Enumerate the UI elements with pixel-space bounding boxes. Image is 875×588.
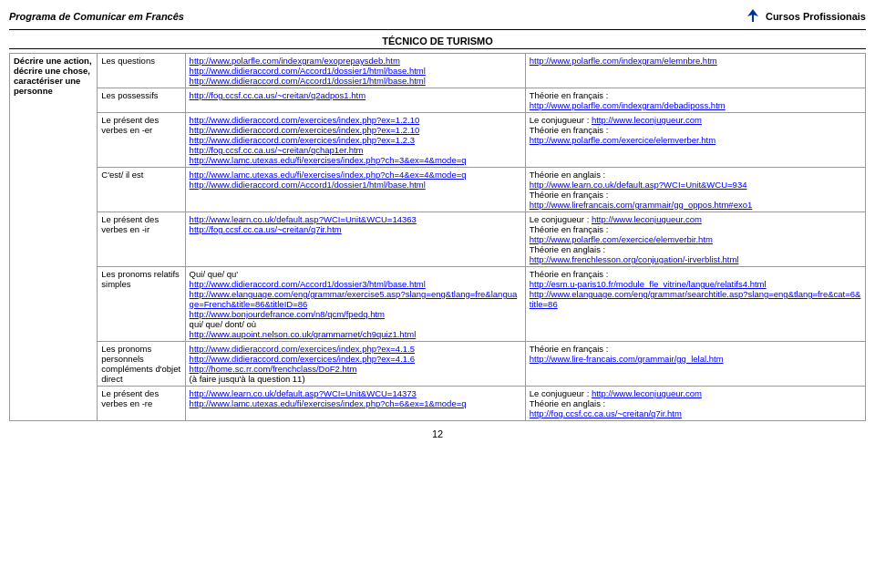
link[interactable]: http://www.leconjugueur.com [592,388,702,398]
link[interactable]: http://www.didieraccord.com/Accord1/doss… [190,66,426,76]
link[interactable]: http://www.didieraccord.com/exercices/in… [190,125,420,135]
table-row: Les possessifs http://fog.ccsf.cc.ca.us/… [10,88,866,113]
link[interactable]: http://www.lire-francais.com/grammair/gg… [530,354,724,364]
col1-er: http://www.didieraccord.com/exercices/in… [185,113,525,168]
link[interactable]: http://www.learn.co.uk/default.asp?WCI=U… [190,388,417,398]
conjugueur-label: Le conjugueur : [530,214,592,224]
link[interactable]: http://www.learn.co.uk/default.asp?WCI=U… [190,214,417,224]
col2-questions: http://www.polarfle.com/indexgram/elemnb… [525,54,865,88]
col2-re: Le conjugueur : http://www.leconjugueur.… [525,387,865,421]
subcategory-cest: C'est/ il est [98,168,185,212]
link[interactable]: http://www.didieraccord.com/exercices/in… [190,115,420,125]
static-text: Qui/ que/ qu' [190,269,239,279]
link[interactable]: http://www.didieraccord.com/exercices/in… [190,135,415,145]
link[interactable]: http://www.didieraccord.com/exercices/in… [190,354,415,364]
header: Programa de Comunicar em Francês Cursos … [9,7,866,30]
col1-ir: http://www.learn.co.uk/default.asp?WCI=U… [185,212,525,267]
table-row: Les pronoms relatifs simples Qui/ que/ q… [10,267,866,342]
link[interactable]: http://www.bonjourdefrance.com/n8/qcm/fp… [190,309,385,319]
link[interactable]: http://www.leconjugueur.com [592,115,702,125]
link[interactable]: http://www.polarfle.com/indexgram/elemnb… [530,56,717,66]
table-row: C'est/ il est http://www.lamc.utexas.edu… [10,168,866,212]
conjugueur-label: Le conjugueur : [530,388,592,398]
link[interactable]: http://www.lamc.utexas.edu/fi/exercises/… [190,155,467,165]
link[interactable]: http://www.leconjugueur.com [592,214,702,224]
subcategory-re: Le présent des verbes en -re [98,387,185,421]
logo-icon [744,7,762,26]
col2-ir: Le conjugueur : http://www.leconjugueur.… [525,212,865,267]
col2-cest: Théorie en anglais : http://www.learn.co… [525,168,865,212]
theorie-label: Théorie en français : [530,90,609,100]
link[interactable]: http://fog.ccsf.cc.ca.us/~creitan/qchap1… [190,145,364,155]
table-row: Le présent des verbes en -er http://www.… [10,113,866,168]
theorie-label: Théorie en français : [530,125,609,135]
col2-er: Le conjugueur : http://www.leconjugueur.… [525,113,865,168]
theorie-label: Théorie en anglais : [530,398,605,408]
theorie-label: Théorie en français : [530,224,609,234]
link[interactable]: http://www.polarfle.com/indexgram/exopre… [190,56,400,66]
theorie-label: Théorie en français : [530,344,609,354]
page: Programa de Comunicar em Francês Cursos … [0,0,875,588]
link[interactable]: http://www.lamc.utexas.edu/fi/exercises/… [190,170,467,180]
link[interactable]: http://www.frenchlesson.org/conjugation/… [530,254,739,264]
link[interactable]: http://fog.ccsf.cc.ca.us/~creitan/q2adpo… [190,90,366,100]
theorie-label: Théorie en anglais : [530,170,605,180]
subcategory-possessifs: Les possessifs [98,88,185,113]
col1-pronoms-relatifs: Qui/ que/ qu' http://www.didieraccord.co… [185,267,525,342]
subcategory-ir: Le présent des verbes en -ir [98,212,185,267]
link[interactable]: http://www.lamc.utexas.edu/fi/exercises/… [190,398,467,408]
table-row: Les pronoms personnels compléments d'obj… [10,342,866,387]
link[interactable]: http://www.didieraccord.com/Accord1/doss… [190,76,426,86]
col2-possessifs: Théorie en français : http://www.polarfl… [525,88,865,113]
table-row: Le présent des verbes en -re http://www.… [10,387,866,421]
link[interactable]: http://www.elanguage.com/eng/grammar/sea… [530,289,861,309]
link[interactable]: http://www.didieraccord.com/Accord1/doss… [190,279,426,289]
theorie-label: Théorie en français : [530,190,609,200]
link[interactable]: http://fog.ccsf.cc.ca.us/~creitan/q7ir.h… [190,224,342,234]
link[interactable]: http://home.sc.rr.com/frenchclass/DoF2.h… [190,364,357,374]
subcategory-pronoms-cod: Les pronoms personnels compléments d'obj… [98,342,185,387]
category-cell: Décrire une action, décrire une chose, c… [10,54,98,421]
page-number: 12 [432,428,443,439]
conjugueur-label: Le conjugueur : [530,115,592,125]
link[interactable]: http://www.didieraccord.com/exercices/in… [190,344,415,354]
link[interactable]: http://www.elanguage.com/eng/grammar/exe… [190,289,518,309]
col2-pronoms-cod: Théorie en français : http://www.lire-fr… [525,342,865,387]
header-left-title: Programa de Comunicar em Francês [9,11,184,22]
subcategory-er: Le présent des verbes en -er [98,113,185,168]
link[interactable]: http://www.learn.co.uk/default.asp?WCI=U… [530,180,747,190]
subheader: TÉCNICO DE TURISMO [9,34,866,49]
link[interactable]: http://fog.ccsf.cc.ca.us/~creitan/q7ir.h… [530,408,682,418]
col1-re: http://www.learn.co.uk/default.asp?WCI=U… [185,387,525,421]
subcategory-pronoms-relatifs: Les pronoms relatifs simples [98,267,185,342]
col1-possessifs: http://fog.ccsf.cc.ca.us/~creitan/q2adpo… [185,88,525,113]
subcategory-questions: Les questions [98,54,185,88]
col2-pronoms-relatifs: Théorie en français : http://esm.u-paris… [525,267,865,342]
table-row: Le présent des verbes en -ir http://www.… [10,212,866,267]
link[interactable]: http://www.polarfle.com/exercice/elemver… [530,234,713,244]
svg-rect-1 [752,15,754,22]
header-logo-text: Cursos Profissionais [766,11,866,22]
table-row: Décrire une action, décrire une chose, c… [10,54,866,88]
link[interactable]: http://www.polarfle.com/exercice/elemver… [530,135,715,145]
col1-pronoms-cod: http://www.didieraccord.com/exercices/in… [185,342,525,387]
col1-questions: http://www.polarfle.com/indexgram/exopre… [185,54,525,88]
link[interactable]: http://www.lirefrancais.com/grammair/gg_… [530,200,752,210]
theorie-label: Théorie en français : [530,269,609,279]
link[interactable]: http://www.didieraccord.com/Accord1/doss… [190,180,426,190]
footer: 12 [9,428,866,439]
main-table: Décrire une action, décrire une chose, c… [9,53,866,421]
static-text: (à faire jusqu'à la question 11) [190,374,305,384]
link[interactable]: http://www.aupoint.nelson.co.uk/grammarn… [190,329,417,339]
link[interactable]: http://esm.u-paris10.fr/module_fle_vitri… [530,279,767,289]
header-logo: Cursos Profissionais [744,7,866,26]
static-text: qui/ que/ dont/ où [190,319,256,329]
link[interactable]: http://www.polarfle.com/indexgram/debadi… [530,100,726,110]
col1-cest: http://www.lamc.utexas.edu/fi/exercises/… [185,168,525,212]
theorie-label: Théorie en anglais : [530,244,605,254]
